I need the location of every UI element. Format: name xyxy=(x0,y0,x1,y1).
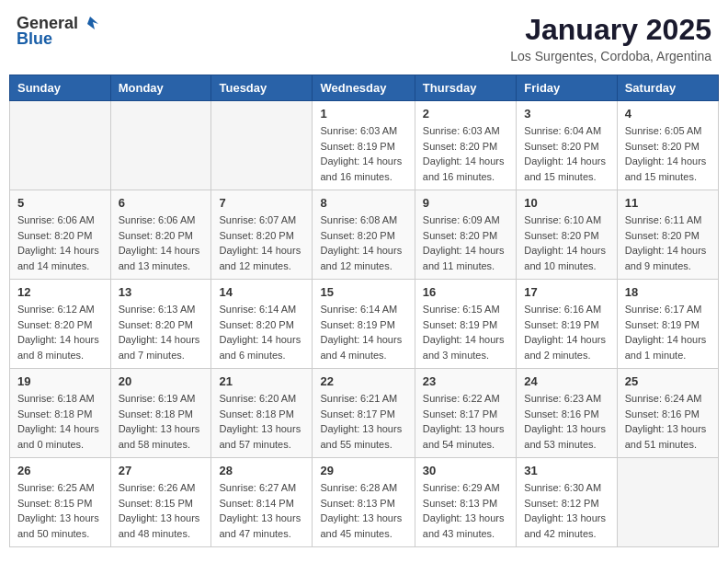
calendar-cell: 9Sunrise: 6:09 AM Sunset: 8:20 PM Daylig… xyxy=(415,190,516,280)
calendar-cell: 28Sunrise: 6:27 AM Sunset: 8:14 PM Dayli… xyxy=(211,458,313,547)
day-info: Sunrise: 6:30 AM Sunset: 8:12 PM Dayligh… xyxy=(524,480,609,541)
day-info: Sunrise: 6:13 AM Sunset: 8:20 PM Dayligh… xyxy=(119,302,204,362)
calendar-cell: 1Sunrise: 6:03 AM Sunset: 8:19 PM Daylig… xyxy=(313,101,415,190)
calendar-cell: 18Sunrise: 6:17 AM Sunset: 8:19 PM Dayli… xyxy=(617,280,718,369)
page-header: General Blue January 2025 Los Surgentes,… xyxy=(9,9,719,67)
calendar-cell: 29Sunrise: 6:28 AM Sunset: 8:13 PM Dayli… xyxy=(313,458,415,547)
day-number: 6 xyxy=(119,196,204,210)
calendar-cell: 21Sunrise: 6:20 AM Sunset: 8:18 PM Dayli… xyxy=(211,369,313,458)
day-info: Sunrise: 6:20 AM Sunset: 8:18 PM Dayligh… xyxy=(219,391,304,452)
day-number: 13 xyxy=(119,285,204,299)
day-info: Sunrise: 6:03 AM Sunset: 8:20 PM Dayligh… xyxy=(423,123,508,184)
day-info: Sunrise: 6:23 AM Sunset: 8:16 PM Dayligh… xyxy=(524,391,609,452)
calendar-cell: 16Sunrise: 6:15 AM Sunset: 8:19 PM Dayli… xyxy=(415,280,516,369)
day-info: Sunrise: 6:07 AM Sunset: 8:20 PM Dayligh… xyxy=(219,213,304,273)
calendar-cell: 25Sunrise: 6:24 AM Sunset: 8:16 PM Dayli… xyxy=(617,369,718,458)
calendar-cell: 23Sunrise: 6:22 AM Sunset: 8:17 PM Dayli… xyxy=(415,369,516,458)
day-number: 16 xyxy=(423,285,508,299)
day-info: Sunrise: 6:25 AM Sunset: 8:15 PM Dayligh… xyxy=(17,480,103,541)
day-info: Sunrise: 6:18 AM Sunset: 8:18 PM Dayligh… xyxy=(17,391,103,452)
day-info: Sunrise: 6:22 AM Sunset: 8:17 PM Dayligh… xyxy=(423,391,508,452)
calendar-cell: 30Sunrise: 6:29 AM Sunset: 8:13 PM Dayli… xyxy=(415,458,516,547)
calendar-cell: 8Sunrise: 6:08 AM Sunset: 8:20 PM Daylig… xyxy=(313,190,415,280)
day-number: 8 xyxy=(320,196,406,210)
calendar-cell: 10Sunrise: 6:10 AM Sunset: 8:20 PM Dayli… xyxy=(517,190,617,280)
day-number: 7 xyxy=(219,196,304,210)
day-info: Sunrise: 6:21 AM Sunset: 8:17 PM Dayligh… xyxy=(320,391,406,452)
calendar-cell: 6Sunrise: 6:06 AM Sunset: 8:20 PM Daylig… xyxy=(110,190,211,280)
day-number: 19 xyxy=(17,374,103,388)
day-number: 15 xyxy=(320,285,406,299)
day-number: 26 xyxy=(17,464,103,477)
day-number: 28 xyxy=(219,464,304,477)
day-info: Sunrise: 6:19 AM Sunset: 8:18 PM Dayligh… xyxy=(119,391,204,452)
day-number: 29 xyxy=(320,464,406,477)
calendar-cell: 4Sunrise: 6:05 AM Sunset: 8:20 PM Daylig… xyxy=(617,101,718,190)
calendar-week-row: 12Sunrise: 6:12 AM Sunset: 8:20 PM Dayli… xyxy=(10,280,719,369)
day-number: 4 xyxy=(625,107,711,121)
calendar-week-row: 1Sunrise: 6:03 AM Sunset: 8:19 PM Daylig… xyxy=(10,101,719,190)
calendar-cell xyxy=(617,458,718,547)
calendar-cell: 2Sunrise: 6:03 AM Sunset: 8:20 PM Daylig… xyxy=(415,101,516,190)
day-number: 21 xyxy=(219,374,304,388)
svg-marker-0 xyxy=(87,17,98,29)
weekday-header-thursday: Thursday xyxy=(415,75,516,101)
day-number: 9 xyxy=(423,196,508,210)
weekday-header-saturday: Saturday xyxy=(617,75,718,101)
day-info: Sunrise: 6:15 AM Sunset: 8:19 PM Dayligh… xyxy=(423,302,508,362)
calendar-cell: 19Sunrise: 6:18 AM Sunset: 8:18 PM Dayli… xyxy=(10,369,111,458)
day-number: 30 xyxy=(423,464,508,477)
calendar-week-row: 19Sunrise: 6:18 AM Sunset: 8:18 PM Dayli… xyxy=(10,369,719,458)
weekday-header-tuesday: Tuesday xyxy=(211,75,313,101)
day-number: 10 xyxy=(524,196,609,210)
month-title: January 2025 xyxy=(510,13,711,47)
day-info: Sunrise: 6:17 AM Sunset: 8:19 PM Dayligh… xyxy=(625,302,711,362)
day-number: 17 xyxy=(524,285,609,299)
day-number: 11 xyxy=(625,196,711,210)
calendar-cell: 14Sunrise: 6:14 AM Sunset: 8:20 PM Dayli… xyxy=(211,280,313,369)
day-number: 24 xyxy=(524,374,609,388)
day-info: Sunrise: 6:12 AM Sunset: 8:20 PM Dayligh… xyxy=(17,302,103,362)
day-number: 25 xyxy=(625,374,711,388)
day-number: 31 xyxy=(524,464,609,477)
day-number: 20 xyxy=(119,374,204,388)
day-info: Sunrise: 6:26 AM Sunset: 8:15 PM Dayligh… xyxy=(119,480,204,541)
day-number: 12 xyxy=(17,285,103,299)
calendar-cell xyxy=(10,101,111,190)
day-info: Sunrise: 6:09 AM Sunset: 8:20 PM Dayligh… xyxy=(423,213,508,273)
calendar-cell: 26Sunrise: 6:25 AM Sunset: 8:15 PM Dayli… xyxy=(10,458,111,547)
calendar-cell: 27Sunrise: 6:26 AM Sunset: 8:15 PM Dayli… xyxy=(110,458,211,547)
calendar-cell: 17Sunrise: 6:16 AM Sunset: 8:19 PM Dayli… xyxy=(517,280,617,369)
calendar-cell: 5Sunrise: 6:06 AM Sunset: 8:20 PM Daylig… xyxy=(10,190,111,280)
calendar-table: SundayMondayTuesdayWednesdayThursdayFrid… xyxy=(9,75,719,547)
day-info: Sunrise: 6:06 AM Sunset: 8:20 PM Dayligh… xyxy=(119,213,204,273)
day-info: Sunrise: 6:14 AM Sunset: 8:19 PM Dayligh… xyxy=(320,302,406,362)
day-number: 22 xyxy=(320,374,406,388)
day-info: Sunrise: 6:29 AM Sunset: 8:13 PM Dayligh… xyxy=(423,480,508,541)
day-info: Sunrise: 6:14 AM Sunset: 8:20 PM Dayligh… xyxy=(219,302,304,362)
calendar-week-row: 26Sunrise: 6:25 AM Sunset: 8:15 PM Dayli… xyxy=(10,458,719,547)
weekday-header-sunday: Sunday xyxy=(10,75,111,101)
day-info: Sunrise: 6:16 AM Sunset: 8:19 PM Dayligh… xyxy=(524,302,609,362)
logo-bird-icon xyxy=(80,13,100,33)
day-info: Sunrise: 6:10 AM Sunset: 8:20 PM Dayligh… xyxy=(524,213,609,273)
title-section: January 2025 Los Surgentes, Cordoba, Arg… xyxy=(510,13,711,63)
day-info: Sunrise: 6:24 AM Sunset: 8:16 PM Dayligh… xyxy=(625,391,711,452)
calendar-cell: 22Sunrise: 6:21 AM Sunset: 8:17 PM Dayli… xyxy=(313,369,415,458)
day-number: 2 xyxy=(423,107,508,121)
day-info: Sunrise: 6:05 AM Sunset: 8:20 PM Dayligh… xyxy=(625,123,711,184)
calendar-cell xyxy=(211,101,313,190)
calendar-cell: 11Sunrise: 6:11 AM Sunset: 8:20 PM Dayli… xyxy=(617,190,718,280)
calendar-cell: 15Sunrise: 6:14 AM Sunset: 8:19 PM Dayli… xyxy=(313,280,415,369)
logo: General Blue xyxy=(17,13,100,49)
calendar-cell: 3Sunrise: 6:04 AM Sunset: 8:20 PM Daylig… xyxy=(517,101,617,190)
calendar-cell: 12Sunrise: 6:12 AM Sunset: 8:20 PM Dayli… xyxy=(10,280,111,369)
day-number: 1 xyxy=(320,107,406,121)
day-info: Sunrise: 6:06 AM Sunset: 8:20 PM Dayligh… xyxy=(17,213,103,273)
day-info: Sunrise: 6:28 AM Sunset: 8:13 PM Dayligh… xyxy=(320,480,406,541)
calendar-cell: 24Sunrise: 6:23 AM Sunset: 8:16 PM Dayli… xyxy=(517,369,617,458)
calendar-cell xyxy=(110,101,211,190)
calendar-week-row: 5Sunrise: 6:06 AM Sunset: 8:20 PM Daylig… xyxy=(10,190,719,280)
day-info: Sunrise: 6:04 AM Sunset: 8:20 PM Dayligh… xyxy=(524,123,609,184)
calendar-header-row: SundayMondayTuesdayWednesdayThursdayFrid… xyxy=(10,75,719,101)
